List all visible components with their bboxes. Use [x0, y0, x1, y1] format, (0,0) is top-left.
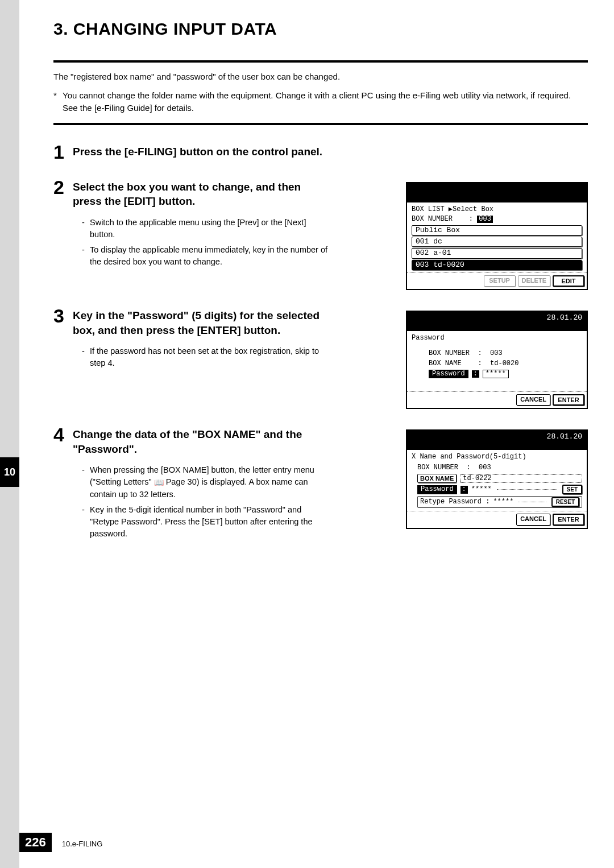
lcd3-retype-label: Retype Password :	[420, 498, 489, 506]
step-3-title: Key in the "Password" (5 digits) for the…	[73, 306, 332, 337]
lcd-select-box: BOX LIST ▶Select Box BOX NUMBER : 003 Pu…	[406, 182, 588, 291]
book-icon: 📖	[154, 477, 164, 488]
rule-bottom	[53, 123, 588, 125]
note-row: * You cannot change the folder name with…	[53, 89, 588, 115]
lcd-edit-box: 28.01.20 X Name and Password(5-digit) BO…	[406, 429, 588, 529]
step-3: 3 Key in the "Password" (5 digits) for t…	[53, 306, 588, 409]
lcd1-edit-button[interactable]: EDIT	[553, 275, 584, 287]
lcd3-boxname-value[interactable]: td-0222	[460, 474, 582, 483]
lcd2-boxnumber-value: 003	[490, 349, 503, 357]
lcd3-password-label: Password	[417, 485, 457, 494]
page-content: 3. CHANGING INPUT DATA The "registered b…	[19, 0, 614, 868]
lcd2-boxname-value: td-0020	[490, 359, 518, 367]
note-asterisk: *	[53, 89, 63, 115]
step-4: 4 Change the data of the "BOX NAME" and …	[53, 425, 588, 543]
step-3-bullet-1: If the password has not been set at the …	[82, 345, 332, 369]
lcd2-cancel-button[interactable]: CANCEL	[516, 394, 550, 406]
lcd3-heading: X Name and Password(5-digit)	[412, 453, 582, 461]
lcd1-breadcrumb: BOX LIST ▶Select Box	[412, 206, 582, 213]
step-1-title: Press the [e-FILING] button on the contr…	[73, 142, 322, 159]
lcd3-enter-button[interactable]: ENTER	[553, 514, 584, 525]
lcd1-setup-button[interactable]: SETUP	[484, 275, 516, 287]
lcd2-blackbar: 28.01.20	[407, 312, 587, 331]
lcd1-boxnumber-label: BOX NUMBER	[412, 215, 453, 223]
lcd1-boxnumber-value[interactable]: 003	[477, 216, 493, 223]
lcd3-retype-value[interactable]: *****	[493, 498, 513, 506]
lcd3-cancel-button[interactable]: CANCEL	[516, 514, 550, 525]
lcd1-delete-button[interactable]: DELETE	[518, 275, 550, 287]
chapter-tab: 10	[0, 457, 19, 487]
lcd-password: 28.01.20 Password BOX NUMBER : 003 BOX N…	[406, 311, 588, 409]
intro-text: The "registered box name" and "password"…	[53, 71, 588, 84]
page-footer: 226 10.e-FILING	[19, 833, 102, 852]
lcd3-set-button[interactable]: SET	[562, 485, 582, 494]
step-2-number: 2	[53, 177, 73, 197]
step-4-number: 4	[53, 425, 73, 444]
lcd1-row-public[interactable]: Public Box	[412, 225, 582, 235]
lcd3-reset-button[interactable]: RESET	[551, 497, 579, 507]
page-number: 226	[19, 833, 52, 852]
lcd2-date: 28.01.20	[547, 313, 582, 322]
lcd3-password-value[interactable]: *****	[471, 486, 492, 493]
lcd2-password-field[interactable]: *****	[483, 370, 509, 378]
footer-chapter: 10.e-FILING	[62, 840, 103, 848]
step-4-bullet-2: Key in the 5-digit identical number in b…	[82, 504, 332, 540]
step-2: 2 Select the box you want to change, and…	[53, 177, 588, 291]
lcd1-boxnumber-row: BOX NUMBER : 003	[412, 216, 582, 223]
rule-top	[53, 60, 588, 63]
lcd2-enter-button[interactable]: ENTER	[553, 394, 584, 406]
step-4-bullet-1: When pressing the [BOX NAME] button, the…	[82, 464, 332, 500]
lcd1-row-003-selected[interactable]: 003 td-0020	[412, 260, 582, 270]
step-1: 1 Press the [e-FILING] button on the con…	[53, 142, 588, 162]
step-3-number: 3	[53, 306, 73, 325]
lcd1-row-002[interactable]: 002 a-01	[412, 248, 582, 258]
step-1-number: 1	[53, 142, 73, 162]
lcd3-boxname-button[interactable]: BOX NAME	[417, 474, 457, 483]
lcd3-boxnumber-label: BOX NUMBER	[417, 464, 458, 472]
lcd2-boxnumber-label: BOX NUMBER	[429, 349, 470, 357]
lcd2-heading: Password	[412, 334, 582, 342]
lcd2-password-label: Password	[429, 370, 468, 378]
step-4-title: Change the data of the "BOX NAME" and th…	[73, 425, 332, 456]
step-2-bullet-1: Switch to the applicable menu using the …	[82, 217, 332, 241]
lcd1-row-001[interactable]: 001 dc	[412, 237, 582, 247]
lcd3-boxnumber-value: 003	[479, 464, 491, 472]
lcd3-date: 28.01.20	[547, 432, 582, 441]
lcd2-boxname-label: BOX NAME	[429, 359, 462, 367]
lcd1-blackbar	[407, 183, 587, 202]
lcd3-blackbar: 28.01.20	[407, 431, 587, 450]
step-2-title: Select the box you want to change, and t…	[73, 177, 332, 209]
note-text: You cannot change the folder name with t…	[63, 89, 588, 115]
section-title: 3. CHANGING INPUT DATA	[53, 19, 588, 39]
step-2-bullet-2: To display the applicable menu immediate…	[82, 244, 332, 268]
